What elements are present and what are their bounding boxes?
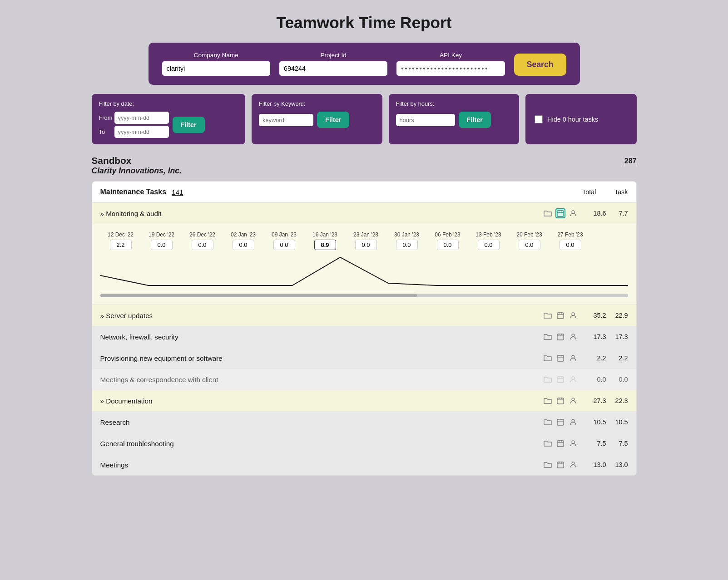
meetings-task: 13.0 <box>610 461 628 468</box>
documentation-right: 27.3 22.3 <box>543 396 628 406</box>
network-person-icon[interactable] <box>568 332 578 342</box>
task-row-monitoring[interactable]: Monitoring & audit 18.6 7.7 <box>92 203 636 224</box>
general-total: 7.5 <box>588 440 606 447</box>
documentation-calendar-icon[interactable] <box>555 396 565 406</box>
date-col-10: 13 Feb '23 0.0 <box>468 231 509 250</box>
api-key-label: API Key <box>396 52 505 59</box>
svg-point-39 <box>572 441 574 443</box>
scrollbar-thumb <box>100 294 417 297</box>
keyword-filter-box: Filter by Keyword: Filter <box>252 94 382 144</box>
network-folder-icon[interactable] <box>543 332 553 342</box>
task-card: Maintenance Tasks 141 Total Task Monitor… <box>92 181 637 476</box>
meetings-folder-icon[interactable] <box>543 460 553 470</box>
meetings-label: Meetings <box>100 461 543 469</box>
research-right: 10.5 10.5 <box>543 417 628 427</box>
meetings-client-label: Meetings & correspondence with client <box>100 376 543 383</box>
svg-rect-15 <box>557 355 564 361</box>
svg-rect-5 <box>557 313 564 319</box>
svg-point-24 <box>572 377 574 379</box>
meetings-client-folder-icon[interactable] <box>543 374 553 384</box>
task-row-server[interactable]: Server updates 35.2 22.9 <box>92 305 636 326</box>
person-icon[interactable] <box>568 208 578 218</box>
search-button[interactable]: Search <box>514 54 566 76</box>
date-col-11: 20 Feb '23 0.0 <box>509 231 550 250</box>
date-from-input[interactable] <box>114 112 169 124</box>
meetings-client-calendar-icon[interactable] <box>555 374 565 384</box>
date-label-10: 13 Feb '23 <box>475 231 501 238</box>
research-label: Research <box>100 418 543 426</box>
date-label-12: 27 Feb '23 <box>557 231 583 238</box>
provisioning-person-icon[interactable] <box>568 353 578 363</box>
from-label: From <box>99 114 112 121</box>
date-filter-button[interactable]: Filter <box>173 117 205 133</box>
date-col-3: 26 Dec '22 0.0 <box>182 231 223 250</box>
col-total-header: Total <box>578 188 596 196</box>
network-icons <box>543 332 578 342</box>
company-name-field: Company Name <box>162 52 270 76</box>
date-col-4: 02 Jan '23 0.0 <box>223 231 264 250</box>
keyword-filter-button[interactable]: Filter <box>317 112 349 128</box>
meetings-person-icon[interactable] <box>568 460 578 470</box>
svg-rect-10 <box>557 334 564 340</box>
provisioning-right: 2.2 2.2 <box>543 353 628 363</box>
keyword-input[interactable] <box>259 114 313 126</box>
task-row-network: Network, firewall, security 17.3 17.3 <box>92 326 636 348</box>
general-person-icon[interactable] <box>568 438 578 448</box>
date-label-8: 30 Jan '23 <box>394 231 419 238</box>
general-task: 7.5 <box>610 440 628 447</box>
calendar-icon-active[interactable] <box>555 208 565 218</box>
provisioning-label: Provisioning new equipment or software <box>100 354 543 362</box>
meetings-client-task: 0.0 <box>610 376 628 383</box>
provisioning-folder-icon[interactable] <box>543 353 553 363</box>
project-id-input[interactable] <box>279 61 387 76</box>
main-content: Sandbox Clarity Innovations, Inc. 287 Ma… <box>92 155 637 476</box>
to-label: To <box>99 128 112 135</box>
research-folder-icon[interactable] <box>543 417 553 427</box>
meetings-client-person-icon[interactable] <box>568 374 578 384</box>
search-panel: Company Name Project Id API Key Search <box>149 43 580 85</box>
date-col-1: 12 Dec '22 2.2 <box>100 231 141 250</box>
meetings-client-icons <box>543 374 578 384</box>
provisioning-calendar-icon[interactable] <box>555 353 565 363</box>
monitoring-task: 7.7 <box>610 210 628 217</box>
documentation-person-icon[interactable] <box>568 396 578 406</box>
general-calendar-icon[interactable] <box>555 438 565 448</box>
meetings-calendar-icon[interactable] <box>555 460 565 470</box>
date-val-2: 0.0 <box>151 240 173 250</box>
meetings-icons <box>543 460 578 470</box>
research-calendar-icon[interactable] <box>555 417 565 427</box>
task-row-documentation[interactable]: Documentation 27.3 22.3 <box>92 390 636 412</box>
date-col-5: 09 Jan '23 0.0 <box>264 231 305 250</box>
folder-icon[interactable] <box>543 208 553 218</box>
hide-zero-label[interactable]: Hide 0 hour tasks <box>547 116 598 123</box>
date-to-input[interactable] <box>114 126 169 138</box>
svg-rect-35 <box>557 441 564 447</box>
server-person-icon[interactable] <box>568 310 578 320</box>
server-folder-icon[interactable] <box>543 310 553 320</box>
company-name-input[interactable] <box>162 61 270 76</box>
task-header-left: Maintenance Tasks 141 <box>100 188 183 196</box>
date-col-9: 06 Feb '23 0.0 <box>427 231 468 250</box>
general-folder-icon[interactable] <box>543 438 553 448</box>
project-company: Clarity Innovations, Inc. <box>92 166 182 176</box>
documentation-folder-icon[interactable] <box>543 396 553 406</box>
hide-zero-box: Hide 0 hour tasks <box>525 94 636 144</box>
server-calendar-icon[interactable] <box>555 310 565 320</box>
hours-input[interactable] <box>396 114 455 126</box>
svg-rect-30 <box>557 419 564 425</box>
server-total: 35.2 <box>588 312 606 319</box>
date-col-2: 19 Dec '22 0.0 <box>141 231 182 250</box>
research-icons <box>543 417 578 427</box>
project-id-label: Project Id <box>279 52 387 59</box>
svg-point-29 <box>572 398 574 401</box>
chart-scrollbar[interactable] <box>100 294 628 297</box>
hours-filter-button[interactable]: Filter <box>459 112 491 128</box>
research-person-icon[interactable] <box>568 417 578 427</box>
hide-zero-checkbox[interactable] <box>535 115 543 123</box>
task-row-meetings: Meetings 13.0 13.0 <box>92 454 636 475</box>
date-col-8: 30 Jan '23 0.0 <box>386 231 427 250</box>
monitoring-icons <box>543 208 578 218</box>
api-key-input[interactable] <box>396 61 505 76</box>
network-calendar-icon[interactable] <box>555 332 565 342</box>
line-chart <box>100 254 628 290</box>
